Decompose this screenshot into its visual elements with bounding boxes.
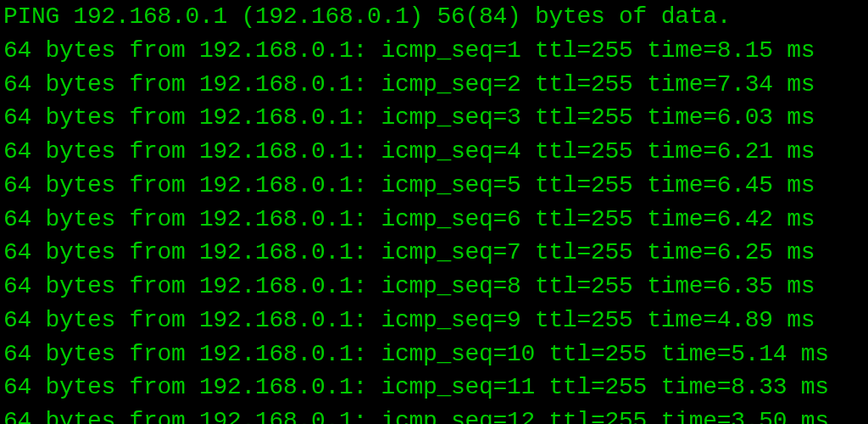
ping-reply-line: 64 bytes from 192.168.0.1: icmp_seq=5 tt… xyxy=(3,169,865,203)
ping-reply-line: 64 bytes from 192.168.0.1: icmp_seq=2 tt… xyxy=(3,68,865,102)
ping-reply-line: 64 bytes from 192.168.0.1: icmp_seq=7 tt… xyxy=(3,236,865,270)
ping-reply-line: 64 bytes from 192.168.0.1: icmp_seq=8 tt… xyxy=(3,270,865,304)
ping-reply-line: 64 bytes from 192.168.0.1: icmp_seq=3 tt… xyxy=(3,101,865,135)
ping-reply-line: 64 bytes from 192.168.0.1: icmp_seq=4 tt… xyxy=(3,135,865,169)
ping-reply-line: 64 bytes from 192.168.0.1: icmp_seq=11 t… xyxy=(3,371,865,404)
ping-header: PING 192.168.0.1 (192.168.0.1) 56(84) by… xyxy=(3,0,865,34)
ping-reply-line: 64 bytes from 192.168.0.1: icmp_seq=1 tt… xyxy=(3,34,865,68)
ping-reply-line: 64 bytes from 192.168.0.1: icmp_seq=10 t… xyxy=(3,338,865,371)
ping-reply-line: 64 bytes from 192.168.0.1: icmp_seq=9 tt… xyxy=(3,304,865,338)
ping-reply-line: 64 bytes from 192.168.0.1: icmp_seq=12 t… xyxy=(3,404,865,424)
ping-reply-line: 64 bytes from 192.168.0.1: icmp_seq=6 tt… xyxy=(3,203,865,237)
